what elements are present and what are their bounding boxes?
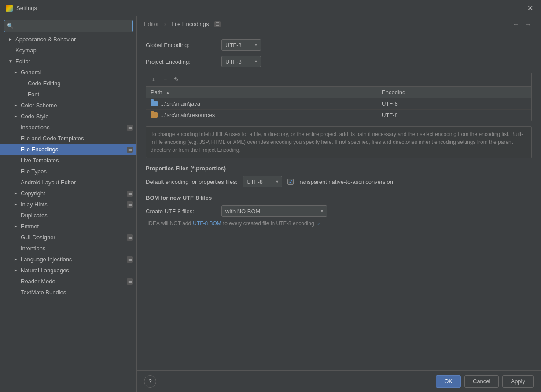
global-encoding-dropdown[interactable]: UTF-8 ▼ — [221, 39, 261, 51]
sidebar-item-inspections[interactable]: Inspections☰ — [0, 122, 136, 133]
app-icon — [6, 5, 13, 12]
cancel-button[interactable]: Cancel — [464, 375, 499, 388]
back-button[interactable]: ← — [511, 19, 521, 29]
expand-arrow: ► — [13, 267, 19, 274]
sidebar-item-natural-languages[interactable]: ►Natural Languages — [0, 265, 136, 276]
expand-arrow: ► — [13, 70, 19, 76]
sidebar-badge: ☰ — [127, 201, 133, 208]
sidebar-item-inlay-hints[interactable]: ►Inlay Hints☰ — [0, 199, 136, 210]
dropdown-arrow: ▼ — [320, 209, 324, 213]
content-header: Editor › File Encodings ☰ ← → — [137, 16, 541, 32]
sidebar-badge: ☰ — [127, 278, 133, 285]
path-cell: ...\src\main\resources — [146, 110, 377, 121]
expand-arrow: ► — [13, 201, 19, 208]
global-encoding-value: UTF-8 — [225, 42, 242, 48]
sidebar-item-language-injections[interactable]: ►Language Injections☰ — [0, 254, 136, 265]
breadcrumb-parent[interactable]: Editor — [144, 21, 159, 27]
settings-panel: Global Encoding: UTF-8 ▼ Project Encodin… — [137, 32, 541, 370]
properties-encoding-dropdown[interactable]: UTF-8 ▼ — [243, 176, 282, 187]
sidebar-badge: ☰ — [127, 125, 133, 131]
dropdown-arrow: ▼ — [254, 43, 258, 47]
sidebar-item-label: Android Layout Editor — [21, 179, 76, 186]
path-cell: ...\src\main\java — [146, 98, 377, 110]
create-utf8-row: Create UTF-8 files: with NO BOM ▼ — [146, 205, 532, 217]
project-encoding-row: Project Encoding: UTF-8 ▼ — [146, 56, 532, 67]
breadcrumb-separator: › — [164, 21, 166, 27]
expand-arrow: ► — [13, 114, 19, 120]
sidebar-item-general[interactable]: ►General — [0, 67, 136, 78]
sidebar-item-keymap[interactable]: Keymap — [0, 45, 136, 56]
sidebar-item-label: Live Templates — [21, 157, 59, 164]
sidebar-search-container[interactable]: 🔍 — [4, 20, 133, 32]
ok-button[interactable]: OK — [436, 375, 461, 388]
col-encoding[interactable]: Encoding — [377, 87, 531, 98]
table-row[interactable]: ...\src\main\resourcesUTF-8 — [146, 110, 531, 121]
sidebar-item-emmet[interactable]: ►Emmet — [0, 221, 136, 232]
sidebar-item-textmate-bundles[interactable]: TextMate Bundles — [0, 287, 136, 298]
properties-section: Properties Files (*.properties) Default … — [146, 165, 532, 187]
info-text: To change encoding IntelliJ IDEA uses fo… — [146, 126, 532, 158]
transparent-checkbox[interactable] — [287, 179, 294, 185]
sidebar-item-file-types[interactable]: File Types — [0, 166, 136, 177]
encoding-table-body: ...\src\main\javaUTF-8...\src\main\resou… — [146, 98, 531, 121]
help-button[interactable]: ? — [144, 375, 156, 388]
sidebar-badge: ☰ — [127, 191, 133, 197]
project-encoding-label: Project Encoding: — [146, 59, 216, 65]
path-value: ...\src\main\java — [160, 100, 200, 107]
sidebar-item-duplicates[interactable]: Duplicates — [0, 210, 136, 221]
sidebar-item-intentions[interactable]: Intentions — [0, 243, 136, 254]
apply-button[interactable]: Apply — [502, 375, 534, 388]
dropdown-arrow: ▼ — [254, 59, 258, 64]
expand-arrow: ► — [7, 37, 14, 43]
sidebar-item-file-code-templates[interactable]: File and Code Templates — [0, 133, 136, 144]
sidebar-item-gui-designer[interactable]: GUI Designer☰ — [0, 232, 136, 243]
encoding-table-container: + − ✎ Path ▲ Encoding — [146, 73, 532, 121]
search-input[interactable] — [15, 23, 130, 29]
forward-button[interactable]: → — [523, 19, 534, 29]
bom-info-suffix: to every created file in UTF-8 encoding — [223, 220, 314, 227]
sidebar-item-label: File and Code Templates — [21, 135, 84, 142]
sidebar-item-copyright[interactable]: ►Copyright☰ — [0, 188, 136, 199]
project-encoding-dropdown[interactable]: UTF-8 ▼ — [221, 56, 261, 67]
properties-encoding-value: UTF-8 — [247, 179, 263, 185]
sidebar-item-font[interactable]: Font — [0, 89, 136, 100]
sidebar-item-label: File Types — [21, 168, 47, 175]
close-button[interactable]: ✕ — [525, 3, 535, 14]
table-toolbar: + − ✎ — [146, 73, 531, 87]
global-encoding-row: Global Encoding: UTF-8 ▼ — [146, 39, 532, 51]
create-utf8-dropdown[interactable]: with NO BOM ▼ — [221, 205, 327, 217]
sidebar-item-file-encodings[interactable]: File Encodings☰ — [0, 144, 136, 155]
breadcrumb-current: File Encodings — [171, 21, 209, 27]
sidebar-item-label: Keymap — [15, 47, 37, 54]
nav-arrows: ← → — [511, 19, 534, 29]
sidebar-item-android-layout-editor[interactable]: Android Layout Editor — [0, 177, 136, 188]
sidebar-item-live-templates[interactable]: Live Templates — [0, 155, 136, 166]
sidebar-item-reader-mode[interactable]: Reader Mode☰ — [0, 276, 136, 287]
folder-icon — [151, 101, 158, 106]
footer-left: ? — [144, 375, 156, 388]
col-path[interactable]: Path ▲ — [146, 87, 377, 98]
sidebar-item-color-scheme[interactable]: ►Color Scheme — [0, 100, 136, 111]
sidebar-item-appearance-behavior[interactable]: ►Appearance & Behavior — [0, 34, 136, 45]
table-row[interactable]: ...\src\main\javaUTF-8 — [146, 98, 531, 110]
bom-link[interactable]: UTF-8 BOM — [193, 220, 221, 227]
remove-button[interactable]: − — [160, 75, 170, 84]
edit-button[interactable]: ✎ — [172, 75, 181, 84]
sidebar-item-label: Duplicates — [21, 212, 48, 219]
add-button[interactable]: + — [149, 75, 158, 84]
encoding-cell: UTF-8 — [377, 98, 531, 110]
sidebar-item-label: Editor — [15, 58, 30, 65]
sidebar-item-code-style[interactable]: ►Code Style — [0, 111, 136, 122]
sidebar-item-label: Inlay Hints — [21, 201, 48, 208]
sidebar-badge: ☰ — [127, 256, 133, 263]
sidebar-item-code-editing[interactable]: Code Editing — [0, 78, 136, 89]
expand-arrow: ► — [13, 103, 19, 109]
sidebar-item-editor[interactable]: ▼Editor — [0, 56, 136, 67]
sidebar-item-label: Code Style — [21, 113, 49, 120]
transparent-checkbox-row: Transparent native-to-ascii conversion — [287, 179, 393, 185]
sidebar-item-label: Color Scheme — [21, 102, 57, 109]
sidebar-item-label: Font — [28, 91, 39, 98]
dropdown-arrow: ▼ — [275, 180, 279, 184]
properties-encoding-row: Default encoding for properties files: U… — [146, 176, 532, 187]
dialog-body: 🔍 ►Appearance & BehaviorKeymap▼Editor►Ge… — [0, 16, 541, 392]
